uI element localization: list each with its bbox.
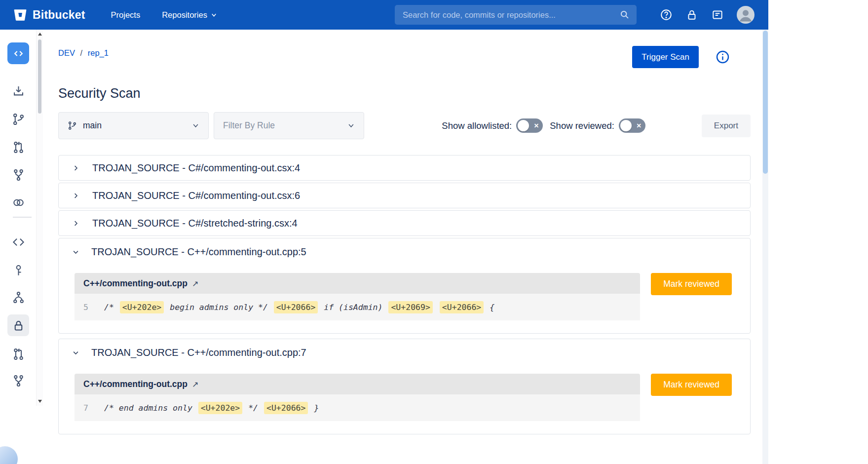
external-link-icon: ↗ xyxy=(192,380,198,389)
info-icon xyxy=(716,50,730,64)
brand-text: Bitbucket xyxy=(33,8,85,22)
page-header: DEV / rep_1 Trigger Scan xyxy=(58,30,751,71)
user-avatar[interactable] xyxy=(737,6,755,24)
nav-projects[interactable]: Projects xyxy=(111,10,141,20)
code-line: 5 /* <U+202e> begin admins only */ <U+20… xyxy=(75,294,640,320)
mark-reviewed-button[interactable]: Mark reviewed xyxy=(651,374,732,396)
scroll-down-arrow[interactable] xyxy=(38,400,42,403)
nav-icons xyxy=(660,0,755,30)
finding-row[interactable]: TROJAN_SOURCE - C#/commenting-out.csx:6 xyxy=(58,183,751,208)
line-number: 5 xyxy=(83,303,92,312)
finding-expanded: TROJAN_SOURCE - C++/commenting-out.cpp:5… xyxy=(58,238,751,334)
page-scrollbar[interactable] xyxy=(762,30,768,464)
nav-repositories[interactable]: Repositories xyxy=(162,10,217,20)
sidebar-scroll-thumb[interactable] xyxy=(38,39,41,114)
chevron-right-icon xyxy=(72,164,79,172)
main-content: DEV / rep_1 Trigger Scan Security Scan m… xyxy=(44,30,762,464)
finding-body: C++/commenting-out.cpp ↗ 5 /* <U+202e> b… xyxy=(75,273,734,320)
export-button[interactable]: Export xyxy=(702,115,751,137)
finding-title: TROJAN_SOURCE - C++/commenting-out.cpp:5 xyxy=(91,246,306,258)
toggle-knob xyxy=(518,120,529,131)
page-title: Security Scan xyxy=(58,86,751,101)
unicode-token: <U+2066> xyxy=(274,301,318,313)
sidebar-item-fork-repo[interactable] xyxy=(7,370,29,391)
feedback-button[interactable] xyxy=(711,8,724,21)
filename: C++/commenting-out.cpp xyxy=(83,278,188,289)
sidebar-item-compare[interactable] xyxy=(7,192,29,213)
sidebar-item-clone[interactable] xyxy=(7,80,29,102)
unicode-token: <U+202e> xyxy=(198,402,242,414)
sidebar-item-pull-requests[interactable] xyxy=(7,136,29,158)
nav-links: Projects Repositories xyxy=(111,10,217,20)
filter-select-placeholder: Filter By Rule xyxy=(223,120,275,131)
chevron-right-icon xyxy=(72,220,79,227)
fork-icon xyxy=(12,168,25,182)
sidebar-scrollbar[interactable] xyxy=(36,30,43,406)
breadcrumb-separator: / xyxy=(80,48,83,57)
unicode-token: <U+2066> xyxy=(440,301,484,313)
code-line: 7 /* end admins only <U+202e> */ <U+2066… xyxy=(75,394,640,421)
page-scroll-thumb[interactable] xyxy=(763,31,768,174)
pull-request-icon xyxy=(12,141,25,154)
sidebar-item-branches[interactable] xyxy=(7,108,29,130)
filter-by-rule-select[interactable]: Filter By Rule xyxy=(214,112,364,139)
line-number: 7 xyxy=(83,403,92,413)
clone-icon xyxy=(12,84,25,98)
toggle-knob xyxy=(620,120,632,131)
lock-icon xyxy=(685,8,698,21)
admin-lock-button[interactable] xyxy=(685,8,698,21)
code-icon xyxy=(12,235,25,249)
sidebar-item-security-scan[interactable] xyxy=(7,314,29,336)
nav-search xyxy=(395,5,637,25)
findings-list: TROJAN_SOURCE - C#/commenting-out.csx:4 … xyxy=(58,155,751,434)
finding-row[interactable]: TROJAN_SOURCE - C#/stretched-string.csx:… xyxy=(58,210,751,236)
breadcrumb-repo-link[interactable]: rep_1 xyxy=(88,48,109,57)
chevron-down-icon xyxy=(72,349,79,356)
show-reviewed-toggle[interactable]: ✕ xyxy=(619,118,645,133)
unicode-token: <U+202e> xyxy=(120,301,164,313)
finding-header[interactable]: TROJAN_SOURCE - C++/commenting-out.cpp:5 xyxy=(59,238,750,265)
finding-expanded: TROJAN_SOURCE - C++/commenting-out.cpp:7… xyxy=(58,339,751,434)
sidebar-item-commits[interactable] xyxy=(7,259,29,281)
repo-code-icon xyxy=(12,47,25,60)
toggle-off-icon: ✕ xyxy=(534,122,539,129)
sidebar-item-create-pull-request[interactable] xyxy=(7,343,29,365)
info-button[interactable] xyxy=(716,50,730,64)
code-card: C++/commenting-out.cpp ↗ 7 /* end admins… xyxy=(75,374,640,421)
help-button[interactable] xyxy=(660,8,673,21)
mark-reviewed-button[interactable]: Mark reviewed xyxy=(651,273,732,295)
unicode-token: <U+2066> xyxy=(264,402,308,414)
feedback-icon xyxy=(711,8,724,21)
trigger-scan-button[interactable]: Trigger Scan xyxy=(632,46,699,68)
search-input[interactable] xyxy=(395,5,637,25)
show-allowlisted-label: Show allowlisted: xyxy=(442,120,512,131)
branch-select-value: main xyxy=(83,120,102,131)
fork-icon xyxy=(12,374,25,387)
scroll-up-arrow[interactable] xyxy=(38,33,42,36)
sidebar-item-source[interactable] xyxy=(7,231,29,253)
unicode-token: <U+2069> xyxy=(388,301,432,313)
controls-row: main Filter By Rule Show allowlisted: ✕ … xyxy=(58,112,751,139)
file-link[interactable]: C++/commenting-out.cpp ↗ xyxy=(83,278,198,289)
search-icon xyxy=(619,9,630,20)
finding-title: TROJAN_SOURCE - C#/commenting-out.csx:6 xyxy=(92,190,300,201)
file-link[interactable]: C++/commenting-out.cpp ↗ xyxy=(83,379,198,389)
help-icon xyxy=(660,8,673,21)
chevron-down-icon xyxy=(192,122,199,129)
sidebar-item-forks[interactable] xyxy=(7,164,29,186)
sidebar-item-graph[interactable] xyxy=(7,286,29,308)
breadcrumb-project-link[interactable]: DEV xyxy=(58,48,75,57)
commit-icon xyxy=(12,264,25,277)
finding-header[interactable]: TROJAN_SOURCE - C++/commenting-out.cpp:7 xyxy=(59,339,750,366)
finding-title: TROJAN_SOURCE - C++/commenting-out.cpp:7 xyxy=(91,347,306,358)
branch-select[interactable]: main xyxy=(58,112,209,139)
top-nav: Bitbucket Projects Repositories xyxy=(0,0,768,30)
finding-row[interactable]: TROJAN_SOURCE - C#/commenting-out.csx:4 xyxy=(58,155,751,181)
show-allowlisted-toggle[interactable]: ✕ xyxy=(516,118,543,133)
show-reviewed-label: Show reviewed: xyxy=(550,120,614,131)
code-card-header: C++/commenting-out.cpp ↗ xyxy=(75,374,640,394)
bitbucket-logo-icon xyxy=(13,7,28,22)
git-graph-icon xyxy=(12,291,25,304)
repo-avatar[interactable] xyxy=(7,42,29,64)
bitbucket-home-link[interactable]: Bitbucket xyxy=(13,7,85,22)
